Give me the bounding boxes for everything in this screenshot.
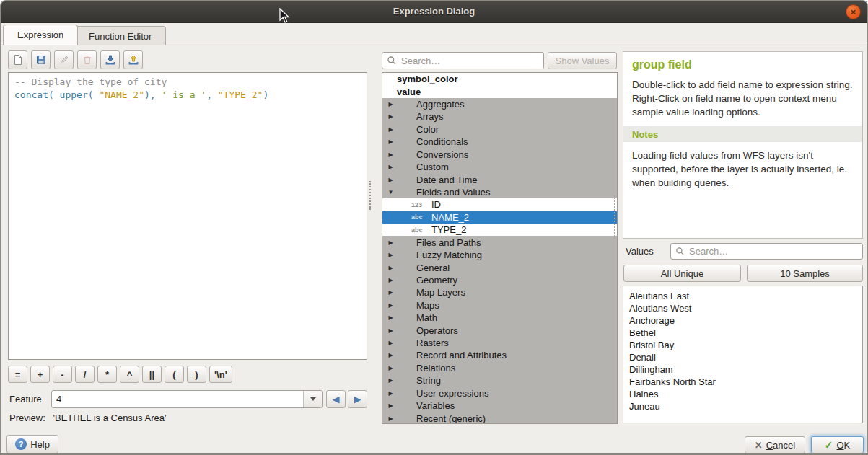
values-search-input[interactable] [688,245,858,257]
delete-expression-button[interactable] [77,50,97,69]
field-values-list: Aleutians East Aleutians West Anchorage … [623,286,863,423]
search-icon [387,56,397,66]
tree-scrollbar[interactable] [614,195,616,239]
expression-dialog-window: Expression Dialog × Expression Function … [0,0,868,455]
function-tree-item[interactable]: Math [382,312,617,324]
function-tree-item[interactable]: Fields and Values [382,186,617,198]
operator-button[interactable]: ^ [120,366,139,383]
function-tree-item[interactable]: Color [382,123,617,136]
expand-arrow-icon [385,113,396,120]
value-item[interactable]: Fairbanks North Star [629,376,856,388]
expand-arrow-icon [385,415,396,422]
function-tree-item[interactable]: value [382,85,617,97]
value-item[interactable]: Bethel [629,327,856,339]
feature-input[interactable] [52,391,303,407]
function-tree-item[interactable]: Relations [382,362,617,374]
value-item[interactable]: Aleutians East [629,290,856,302]
operator-button[interactable]: '\n' [209,366,232,383]
value-item[interactable]: Dillingham [629,363,856,376]
notes-text: Loading field values from WFS layers isn… [632,149,854,190]
function-tree-item[interactable]: Geometry [382,274,617,286]
tree-item-label: Date and Time [416,175,478,185]
save-expression-button[interactable] [31,50,51,69]
search-icon [675,247,685,256]
function-tree-item[interactable]: Rasters [382,337,617,349]
expand-arrow-icon [385,402,396,409]
function-tree-item[interactable]: Aggregates [382,98,617,110]
function-tree-item[interactable]: Custom [382,161,617,173]
function-tree-item[interactable]: symbol_color [382,73,617,85]
ten-samples-button[interactable]: 10 Samples [747,265,863,282]
show-values-button[interactable]: Show Values [548,52,617,69]
operator-button[interactable]: = [8,366,27,383]
function-tree-item[interactable]: Date and Time [382,173,617,185]
values-search[interactable] [670,243,863,260]
operator-button[interactable]: / [75,366,95,383]
tree-item-label: Arrays [416,111,444,122]
value-item[interactable]: Denali [629,351,856,363]
function-tree-item[interactable]: User expressions [382,387,617,399]
new-expression-button[interactable] [8,50,27,69]
function-tree-item[interactable]: 123 ID [382,198,617,211]
cancel-x-icon: ✕ [755,440,763,451]
import-down-arrow-icon [105,54,116,66]
tab-expression[interactable]: Expression [3,25,78,45]
all-unique-button[interactable]: All Unique [623,265,741,282]
mouse-cursor [279,8,291,25]
expand-arrow-icon [385,265,396,271]
function-tree-item[interactable]: Fuzzy Matching [382,249,617,261]
function-tree-item[interactable]: Map Layers [382,286,617,299]
value-item[interactable]: Bristol Bay [629,339,856,351]
expand-arrow-icon [385,126,396,133]
expression-editor[interactable]: -- Display the type of city concat( uppe… [8,72,367,360]
field-type-icon: abc [411,213,431,221]
function-tree-item[interactable]: Maps [382,299,617,312]
function-search-input[interactable] [400,55,539,67]
panel-splitter-handle[interactable] [369,181,372,210]
function-tree-item[interactable]: Conversions [382,149,617,161]
operator-button[interactable]: ) [187,366,206,383]
tree-item-label: Relations [416,363,455,374]
feature-combo[interactable] [51,390,323,408]
help-paragraph: Double-click to add field name to expres… [632,78,854,92]
operator-button[interactable]: - [53,366,72,383]
operator-button[interactable]: * [97,366,117,383]
function-tree-item[interactable]: Files and Paths [382,236,617,248]
edit-expression-button[interactable] [54,50,74,69]
value-item[interactable]: Juneau [629,400,856,412]
function-tree-item[interactable]: Variables [382,399,617,412]
function-tree-item[interactable]: Conditionals [382,136,617,148]
tab-bar: Expression Function Editor [1,23,867,45]
operator-button[interactable]: ( [165,366,184,383]
function-tree-item[interactable]: Operators [382,324,617,336]
close-button[interactable]: × [846,4,861,19]
field-type-icon: abc [411,226,431,234]
import-expressions-button[interactable] [100,50,120,69]
value-item[interactable]: Anchorage [629,314,856,327]
export-expressions-button[interactable] [123,50,143,69]
function-tree-item[interactable]: Recent (generic) [382,412,617,424]
cancel-button[interactable]: ✕ Cancel [745,436,805,454]
function-tree-item[interactable]: Arrays [382,110,617,123]
feature-dropdown-button[interactable] [303,391,322,407]
tree-item-label: General [416,262,450,273]
help-button[interactable]: ? Help [6,435,58,454]
operator-button[interactable]: + [30,366,50,383]
function-tree-item[interactable]: String [382,374,617,386]
value-item[interactable]: Haines [629,388,856,400]
previous-feature-button[interactable]: ◀ [326,390,346,408]
next-feature-button[interactable]: ▶ [348,390,367,408]
tree-item-label: Variables [416,400,455,411]
tree-item-label: Fields and Values [416,187,490,198]
value-item[interactable]: Aleutians West [629,302,856,314]
function-tree-item[interactable]: abc NAME_2 [382,211,617,224]
tab-function-editor[interactable]: Function Editor [74,26,166,45]
function-tree-item[interactable]: Record and Attributes [382,349,617,361]
operator-button[interactable]: || [142,366,162,383]
ok-button[interactable]: ✓ OK [811,436,864,454]
function-tree-item[interactable]: abc TYPE_2 [382,224,617,236]
operator-buttons: = + - / * ^ || ( ) '\n' [8,366,232,383]
tree-item-label: String [416,375,441,386]
function-tree-item[interactable]: General [382,261,617,273]
function-search[interactable] [382,52,544,69]
